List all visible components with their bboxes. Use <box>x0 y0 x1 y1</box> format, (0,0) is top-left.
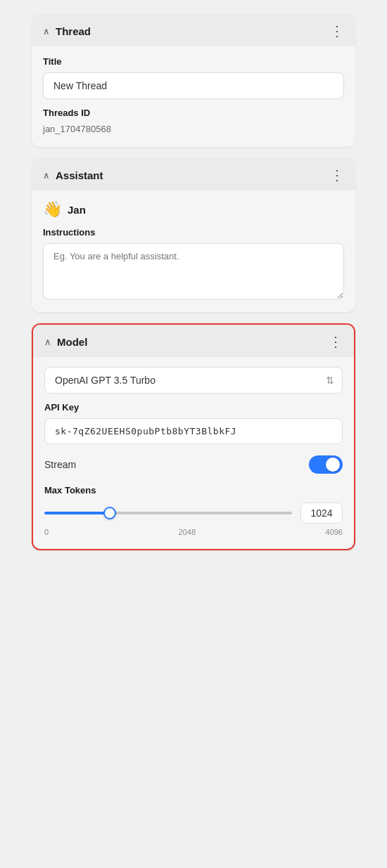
instructions-textarea[interactable] <box>43 243 344 299</box>
assistant-panel-title: Assistant <box>56 169 103 181</box>
assistant-panel-header: ∧ Assistant ⋮ <box>32 158 355 190</box>
range-slider-wrapper <box>44 506 292 520</box>
slider-row: 1024 <box>44 503 343 524</box>
max-tokens-section: Max Tokens 1024 0 2048 4096 <box>44 485 343 536</box>
max-tokens-label: Max Tokens <box>44 485 343 495</box>
settings-panels: ∧ Thread ⋮ Title Threads ID jan_17047805… <box>32 14 355 854</box>
stream-toggle[interactable] <box>309 455 343 474</box>
max-tokens-slider[interactable] <box>44 512 292 514</box>
thread-panel-body: Title Threads ID jan_1704780568 <box>32 46 355 147</box>
token-value-box: 1024 <box>300 503 343 524</box>
toggle-slider <box>309 455 343 474</box>
stream-toggle-row: Stream <box>44 453 343 477</box>
stream-label: Stream <box>44 459 76 470</box>
api-key-label: API Key <box>44 402 343 413</box>
model-panel-title: Model <box>57 336 87 348</box>
threads-id-label: Threads ID <box>43 108 344 118</box>
thread-chevron-icon[interactable]: ∧ <box>43 26 50 37</box>
slider-label-min: 0 <box>44 528 49 536</box>
assistant-header-left: ∧ Assistant <box>43 169 103 181</box>
api-key-input[interactable] <box>44 418 343 444</box>
slider-label-max: 4096 <box>326 528 343 536</box>
slider-labels: 0 2048 4096 <box>44 528 343 536</box>
model-select[interactable]: OpenAI GPT 3.5 Turbo GPT-4 GPT-4 Turbo G… <box>44 367 343 394</box>
title-field-group: Title <box>43 56 344 99</box>
model-panel: ∧ Model ⋮ OpenAI GPT 3.5 Turbo GPT-4 GPT… <box>32 323 355 550</box>
assistant-panel-body: 👋 Jan Instructions <box>32 190 355 312</box>
title-label: Title <box>43 56 344 67</box>
assistant-name: Jan <box>68 204 86 216</box>
model-panel-header: ∧ Model ⋮ <box>33 325 354 357</box>
thread-header-left: ∧ Thread <box>43 25 91 37</box>
assistant-emoji: 👋 <box>43 200 62 219</box>
thread-more-icon[interactable]: ⋮ <box>330 24 344 38</box>
threads-id-value: jan_1704780568 <box>43 124 344 134</box>
model-select-wrapper: OpenAI GPT 3.5 Turbo GPT-4 GPT-4 Turbo G… <box>44 367 343 394</box>
model-more-icon[interactable]: ⋮ <box>329 335 343 349</box>
thread-panel-title: Thread <box>56 25 91 37</box>
assistant-more-icon[interactable]: ⋮ <box>330 168 344 182</box>
thread-panel: ∧ Thread ⋮ Title Threads ID jan_17047805… <box>32 14 355 147</box>
assistant-panel: ∧ Assistant ⋮ 👋 Jan Instructions <box>32 158 355 312</box>
api-key-field-group: API Key <box>44 402 343 444</box>
instructions-field-group: Instructions <box>43 227 344 299</box>
assistant-chevron-icon[interactable]: ∧ <box>43 170 50 181</box>
instructions-label: Instructions <box>43 227 344 238</box>
slider-label-mid: 2048 <box>179 528 196 536</box>
model-header-left: ∧ Model <box>44 336 87 348</box>
model-chevron-icon[interactable]: ∧ <box>44 337 51 347</box>
thread-panel-header: ∧ Thread ⋮ <box>32 14 355 46</box>
assistant-name-row: 👋 Jan <box>43 200 344 219</box>
model-panel-body: OpenAI GPT 3.5 Turbo GPT-4 GPT-4 Turbo G… <box>33 357 354 549</box>
threads-id-field-group: Threads ID jan_1704780568 <box>43 108 344 134</box>
title-input[interactable] <box>43 72 344 99</box>
